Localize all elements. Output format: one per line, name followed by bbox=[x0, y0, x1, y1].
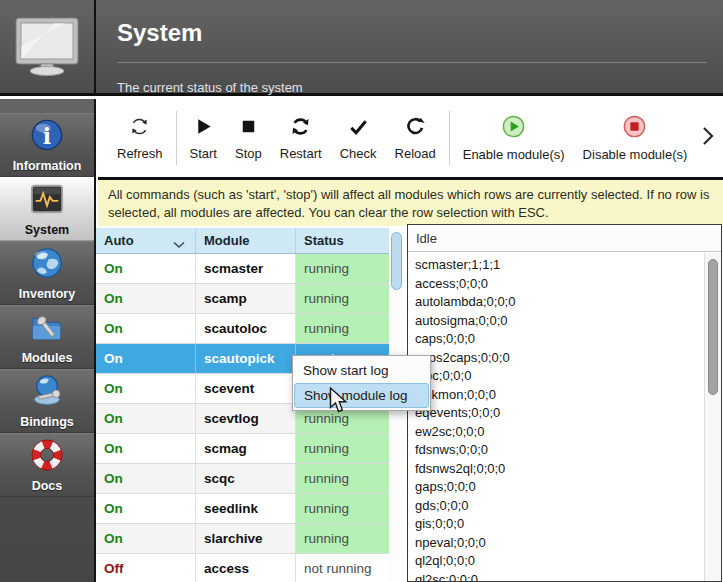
module-cell: scautopick bbox=[196, 344, 296, 373]
module-cell: scautoloc bbox=[196, 314, 296, 343]
refresh-icon bbox=[128, 115, 151, 142]
module-cell: scevent bbox=[196, 374, 296, 403]
status-cell: running bbox=[296, 434, 389, 463]
status-cell: running bbox=[296, 314, 389, 343]
status-line: caps;0;0;0 bbox=[415, 330, 704, 349]
sidebar-item-label: Information bbox=[13, 159, 82, 173]
toolbar-separator bbox=[449, 111, 450, 165]
stop-icon bbox=[237, 115, 260, 142]
status-cell: running bbox=[296, 284, 389, 313]
auto-cell: On bbox=[96, 284, 196, 313]
status-cell: not running bbox=[296, 554, 389, 582]
status-line: access;0;0;0 bbox=[415, 275, 704, 294]
enable-modules-button[interactable]: Enable module(s) bbox=[454, 105, 574, 171]
status-line: diskmon;0;0;0 bbox=[415, 386, 704, 405]
page-title: System bbox=[117, 19, 202, 47]
sidebar-item-modules[interactable]: Modules bbox=[0, 305, 94, 369]
status-line: ql2sc;0;0;0 bbox=[415, 571, 704, 582]
notice-banner: All commands (such as 'start', 'stop') w… bbox=[98, 180, 723, 226]
table-row[interactable]: Onscautolocrunning bbox=[96, 314, 389, 344]
toolbar-button-label: Check bbox=[340, 146, 377, 161]
reload-button[interactable]: Reload bbox=[386, 105, 445, 171]
table-row[interactable]: Onscmasterrunning bbox=[96, 254, 389, 284]
restart-icon bbox=[289, 115, 312, 142]
toolbar-button-label: Refresh bbox=[117, 146, 163, 161]
toolbar-button-label: Start bbox=[190, 146, 217, 161]
sidebar-item-inventory[interactable]: Inventory bbox=[0, 241, 94, 305]
status-cell: running bbox=[296, 524, 389, 553]
table-row[interactable]: Onslarchiverunning bbox=[96, 524, 389, 554]
sidebar-item-label: Docs bbox=[32, 479, 63, 493]
status-line: caps2caps;0;0;0 bbox=[415, 349, 704, 368]
module-cell: scmag bbox=[196, 434, 296, 463]
status-panel-scrollbar[interactable] bbox=[704, 253, 721, 581]
lifebuoy-icon bbox=[30, 438, 64, 476]
status-panel: Idle scmaster;1;1;1access;0;0;0autolambd… bbox=[407, 224, 722, 582]
auto-cell: On bbox=[96, 404, 196, 433]
status-panel-scrollbar-thumb[interactable] bbox=[708, 259, 718, 395]
activity-icon bbox=[30, 182, 64, 220]
table-row[interactable]: Onseedlinkrunning bbox=[96, 494, 389, 524]
sidebar-item-information[interactable]: i Information bbox=[0, 113, 94, 177]
auto-cell: On bbox=[96, 314, 196, 343]
auto-cell: On bbox=[96, 524, 196, 553]
status-line: ew2sc;0;0;0 bbox=[415, 423, 704, 442]
toolbar-overflow-button[interactable] bbox=[697, 123, 719, 153]
status-panel-title: Idle bbox=[408, 225, 721, 252]
context-menu: Show start log Show module log bbox=[292, 355, 431, 411]
auto-cell: On bbox=[96, 374, 196, 403]
menu-item-show-module-log[interactable]: Show module log bbox=[294, 383, 429, 408]
status-line: autosigma;0;0;0 bbox=[415, 312, 704, 331]
status-cell: running bbox=[296, 464, 389, 493]
check-icon bbox=[347, 115, 370, 142]
sidebar-item-bindings[interactable]: Bindings bbox=[0, 369, 94, 433]
table-row[interactable]: Onscamprunning bbox=[96, 284, 389, 314]
sidebar: i Information System Inventory bbox=[0, 99, 96, 582]
restart-button[interactable]: Restart bbox=[271, 105, 331, 171]
status-line: dloc;0;0;0 bbox=[415, 367, 704, 386]
status-line: ql2ql;0;0;0 bbox=[415, 552, 704, 571]
sidebar-item-system[interactable]: System bbox=[0, 177, 94, 241]
sidebar-item-label: System bbox=[25, 223, 69, 237]
disable-module-icon bbox=[622, 114, 647, 143]
notice-text: All commands (such as 'start', 'stop') w… bbox=[108, 187, 709, 220]
header-separator bbox=[117, 62, 707, 63]
table-row[interactable]: Onscmagrunning bbox=[96, 434, 389, 464]
monitor-icon bbox=[14, 16, 80, 80]
module-table-body: OnscmasterrunningOnscamprunningOnscautol… bbox=[96, 254, 389, 582]
enable-module-icon bbox=[501, 114, 526, 143]
module-cell: slarchive bbox=[196, 524, 296, 553]
table-row[interactable]: Onscqcrunning bbox=[96, 464, 389, 494]
auto-cell: On bbox=[96, 464, 196, 493]
table-scrollbar-thumb[interactable] bbox=[391, 232, 402, 290]
status-line: fdsnws;0;0;0 bbox=[415, 441, 704, 460]
stop-button[interactable]: Stop bbox=[226, 105, 271, 171]
auto-cell: On bbox=[96, 434, 196, 463]
module-cell: scmaster bbox=[196, 254, 296, 283]
info-icon: i bbox=[30, 118, 64, 156]
table-row[interactable]: Offaccessnot running bbox=[96, 554, 389, 582]
sidebar-item-label: Modules bbox=[22, 351, 73, 365]
status-cell: running bbox=[296, 254, 389, 283]
status-line: npeval;0;0;0 bbox=[415, 534, 704, 553]
refresh-button[interactable]: Refresh bbox=[108, 105, 172, 171]
status-line: gis;0;0;0 bbox=[415, 515, 704, 534]
module-cell: scevtlog bbox=[196, 404, 296, 433]
sidebar-item-label: Inventory bbox=[19, 287, 75, 301]
toolbar-separator bbox=[176, 111, 177, 165]
status-line: eqevents;0;0;0 bbox=[415, 404, 704, 423]
mouse-cursor-icon bbox=[329, 387, 348, 418]
status-line: gds;0;0;0 bbox=[415, 497, 704, 516]
disable-modules-button[interactable]: Disable module(s) bbox=[574, 105, 697, 171]
start-button[interactable]: Start bbox=[181, 105, 226, 171]
sidebar-item-label: Bindings bbox=[20, 415, 73, 429]
menu-item-show-start-log[interactable]: Show start log bbox=[294, 358, 429, 383]
column-header-status[interactable]: Status bbox=[296, 228, 389, 253]
sidebar-item-docs[interactable]: Docs bbox=[0, 433, 94, 497]
toolbar-button-label: Reload bbox=[395, 146, 436, 161]
status-line: scmaster;1;1;1 bbox=[415, 256, 704, 275]
auto-cell: On bbox=[96, 494, 196, 523]
column-header-auto[interactable]: Auto bbox=[96, 228, 196, 253]
check-button[interactable]: Check bbox=[331, 105, 386, 171]
column-header-module[interactable]: Module bbox=[196, 228, 296, 253]
